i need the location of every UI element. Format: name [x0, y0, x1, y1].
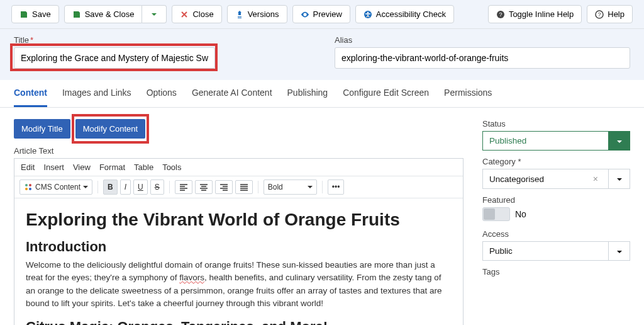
modify-buttons: Modify Title Modify Content [14, 119, 464, 139]
sidebar: Status Published Category * Uncategorise… [482, 119, 630, 325]
italic-button[interactable]: I [120, 180, 131, 195]
category-value-wrap: Uncategorised × [482, 169, 609, 189]
accessibility-button[interactable]: Accessibility Check [355, 5, 454, 23]
access-select[interactable]: Public [482, 241, 630, 261]
status-caret[interactable] [609, 131, 630, 151]
spellcheck-word: flavors [179, 273, 204, 282]
clear-category-icon[interactable]: × [589, 174, 602, 184]
help-button[interactable]: ? Help [587, 5, 633, 23]
featured-toggle[interactable]: No [482, 207, 526, 221]
align-left-button[interactable] [175, 180, 192, 194]
content-area: Modify Title Modify Content Article Text… [0, 108, 644, 325]
strikethrough-button[interactable]: S [150, 180, 164, 195]
align-right-button[interactable] [215, 180, 233, 194]
menu-view[interactable]: View [73, 162, 91, 172]
alias-input[interactable] [335, 47, 630, 69]
separator [258, 181, 258, 193]
align-justify-button[interactable] [235, 180, 253, 194]
status-value: Published [482, 131, 609, 151]
svg-point-7 [29, 184, 31, 186]
preview-label: Preview [313, 9, 342, 19]
underline-button[interactable]: U [133, 180, 148, 195]
tab-content[interactable]: Content [14, 80, 47, 107]
tab-generate-ai[interactable]: Generate AI Content [192, 80, 272, 107]
more-button[interactable]: ••• [328, 180, 345, 195]
access-value: Public [482, 241, 609, 261]
align-justify-icon [240, 183, 248, 191]
menu-insert[interactable]: Insert [43, 162, 64, 172]
versions-button[interactable]: Versions [227, 5, 287, 23]
toggle-thumb [484, 208, 495, 220]
category-label: Category * [482, 157, 630, 166]
save-close-button[interactable]: Save & Close [64, 5, 143, 23]
accessibility-label: Accessibility Check [376, 9, 446, 19]
editor-body[interactable]: Exploring the Vibrant World of Orange Fr… [14, 198, 463, 325]
ellipsis-icon: ••• [332, 183, 340, 191]
status-select[interactable]: Published [482, 131, 630, 151]
featured-value: No [515, 209, 526, 219]
menu-edit[interactable]: Edit [21, 162, 35, 172]
tab-configure[interactable]: Configure Edit Screen [343, 80, 429, 107]
main-column: Modify Title Modify Content Article Text… [14, 119, 464, 325]
tab-bar: Content Images and Links Options Generat… [0, 80, 644, 108]
save-label: Save [32, 9, 51, 19]
align-center-icon [199, 183, 208, 191]
menu-format[interactable]: Format [99, 162, 125, 172]
category-caret[interactable] [609, 169, 630, 189]
article-paragraph: Welcome to the deliciously delightful do… [26, 259, 452, 310]
help-label: Help [608, 9, 625, 19]
close-label: Close [192, 9, 213, 19]
modify-content-button[interactable]: Modify Content [75, 119, 145, 139]
bold-button[interactable]: B [103, 180, 118, 195]
chevron-down-icon [308, 183, 313, 191]
save-icon [19, 10, 28, 19]
save-close-group: Save & Close [64, 5, 167, 23]
cms-content-dropdown[interactable]: CMS Content [19, 180, 92, 195]
svg-point-8 [25, 188, 28, 190]
menu-table[interactable]: Table [134, 162, 153, 172]
tab-options[interactable]: Options [147, 80, 177, 107]
toggle-track [482, 207, 510, 221]
tags-label: Tags [482, 267, 630, 277]
save-close-label: Save & Close [85, 9, 135, 19]
title-label: Title* [14, 35, 309, 45]
tab-images-links[interactable]: Images and Links [62, 80, 131, 107]
chevron-down-icon [617, 246, 622, 256]
article-h2-intro: Introduction [26, 239, 452, 255]
toolbar-spacer [459, 5, 483, 23]
preview-button[interactable]: Preview [292, 5, 350, 23]
align-center-button[interactable] [195, 180, 213, 194]
editor-toolbar: CMS Content B I U S Bold ••• [14, 176, 463, 198]
question-icon: ? [496, 10, 505, 19]
chevron-down-icon [83, 183, 88, 191]
featured-label: Featured [482, 195, 630, 205]
title-input[interactable] [14, 47, 215, 69]
save-button[interactable]: Save [11, 5, 59, 23]
action-toolbar: Save Save & Close Close Versions Preview… [0, 0, 644, 29]
article-text-label: Article Text [14, 146, 464, 156]
versions-label: Versions [248, 9, 279, 19]
joomla-icon [24, 183, 33, 191]
category-value: Uncategorised [489, 174, 544, 184]
svg-point-1 [367, 11, 369, 13]
tab-permissions[interactable]: Permissions [444, 80, 492, 107]
editor-menubar: Edit Insert View Format Table Tools [14, 159, 463, 176]
title-field-wrapper: Title* [14, 35, 309, 69]
separator [97, 181, 98, 193]
status-label: Status [482, 119, 630, 128]
menu-tools[interactable]: Tools [162, 162, 181, 172]
modify-title-button[interactable]: Modify Title [14, 119, 70, 139]
access-caret[interactable] [609, 241, 630, 261]
article-h1: Exploring the Vibrant World of Orange Fr… [26, 210, 452, 230]
close-button[interactable]: Close [172, 5, 221, 23]
tab-publishing[interactable]: Publishing [287, 80, 328, 107]
chevron-down-icon [617, 174, 622, 184]
format-dropdown[interactable]: Bold [264, 180, 317, 195]
svg-text:?: ? [499, 11, 502, 18]
save-close-dropdown[interactable] [142, 5, 167, 23]
toggle-inline-help-button[interactable]: ? Toggle Inline Help [488, 5, 582, 23]
close-icon [180, 10, 189, 19]
rich-text-editor: Edit Insert View Format Table Tools CMS … [14, 158, 464, 325]
align-right-icon [219, 183, 228, 191]
category-select[interactable]: Uncategorised × [482, 169, 630, 189]
